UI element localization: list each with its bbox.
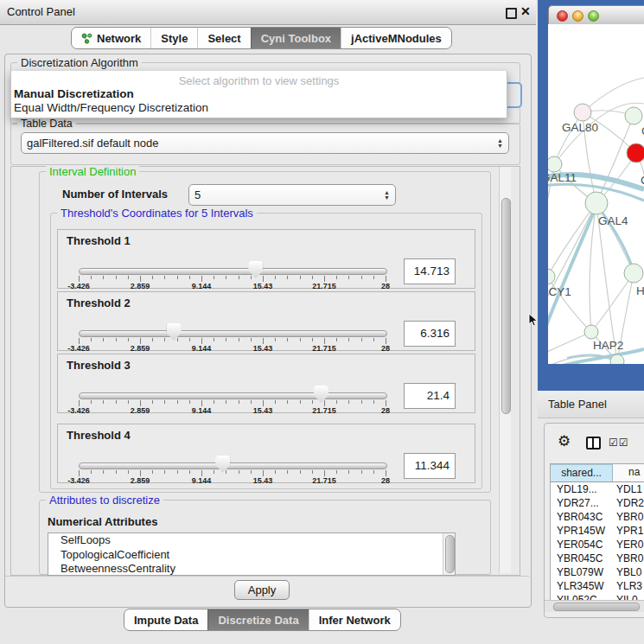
tab-network[interactable]: Network bbox=[72, 28, 150, 48]
network-node[interactable] bbox=[610, 354, 624, 364]
tick bbox=[177, 400, 178, 404]
dropdown-option-manual-discretization[interactable]: Manual Discretization bbox=[14, 87, 134, 100]
cell-name[interactable]: YPR1 bbox=[616, 524, 643, 538]
table-row[interactable]: YBR043CYBR0 bbox=[551, 510, 644, 524]
network-node[interactable] bbox=[548, 156, 562, 172]
attribute-list-item[interactable]: TopologicalCoefficient bbox=[48, 548, 455, 563]
attribute-list-item[interactable]: SelfLoops bbox=[48, 533, 455, 548]
float-window-icon[interactable] bbox=[506, 8, 517, 19]
select-columns-checkboxes-icon[interactable]: ☑☑ bbox=[609, 437, 629, 449]
vertical-scrollbar[interactable] bbox=[499, 167, 511, 573]
threshold-slider-track[interactable] bbox=[79, 330, 387, 337]
cell-shared-name[interactable]: YBR043C bbox=[557, 510, 603, 524]
tick bbox=[336, 400, 337, 404]
scrollbar-thumb[interactable] bbox=[553, 603, 640, 611]
table-data-combobox[interactable]: galFiltered.sif default node ▲▼ bbox=[21, 132, 509, 154]
network-node[interactable] bbox=[574, 104, 591, 121]
attribute-list-item[interactable]: BetweennessCentrality bbox=[48, 562, 455, 576]
table-row[interactable]: YDR27...YDR2 bbox=[551, 496, 644, 510]
list-scrollbar[interactable] bbox=[443, 533, 455, 575]
network-edge-highlighted[interactable] bbox=[548, 206, 596, 344]
network-node[interactable] bbox=[585, 192, 608, 214]
cell-name[interactable]: YBR0 bbox=[616, 552, 643, 565]
cell-name[interactable]: YER0 bbox=[616, 538, 643, 552]
network-node[interactable] bbox=[548, 269, 555, 284]
cell-shared-name[interactable]: YBR045C bbox=[557, 552, 603, 565]
cell-name[interactable]: YBL0 bbox=[616, 565, 641, 579]
table-row[interactable]: YBR045CYBR0 bbox=[551, 552, 644, 565]
table-row[interactable]: YBL079WYBL0 bbox=[551, 565, 644, 579]
scrollbar-thumb[interactable] bbox=[445, 535, 455, 573]
network-node[interactable] bbox=[625, 107, 642, 124]
table-row[interactable]: YER054CYER0 bbox=[551, 538, 644, 552]
tick bbox=[287, 338, 288, 341]
axis-label: 21.715 bbox=[312, 344, 336, 353]
tick bbox=[152, 276, 153, 279]
column-header-shared-name[interactable]: shared... bbox=[551, 464, 613, 481]
tick bbox=[164, 276, 165, 279]
column-header-name[interactable]: na bbox=[613, 464, 644, 481]
gear-icon[interactable]: ⚙ bbox=[558, 434, 571, 449]
threshold-slider-track[interactable] bbox=[79, 268, 387, 275]
threshold-value-field[interactable]: 11.344 bbox=[404, 453, 456, 479]
slider-thumb[interactable] bbox=[314, 386, 328, 403]
combobox-stepper-icon: ▲▼ bbox=[492, 138, 503, 149]
cell-shared-name[interactable]: YPR145W bbox=[557, 524, 605, 538]
apply-button[interactable]: Apply bbox=[234, 580, 290, 600]
close-traffic-light-icon[interactable] bbox=[557, 10, 568, 22]
tick bbox=[312, 338, 313, 341]
cell-name[interactable]: YDL1 bbox=[616, 482, 642, 496]
node-attribute-table: shared... na YDL19...YDL1YDR27...YDR2YBR… bbox=[550, 463, 644, 609]
tick bbox=[300, 400, 301, 404]
threshold-value-field[interactable]: 6.316 bbox=[404, 321, 456, 347]
network-window-titlebar[interactable] bbox=[548, 5, 644, 26]
tick bbox=[373, 400, 374, 404]
threshold-value-field[interactable]: 14.713 bbox=[404, 258, 456, 284]
cell-shared-name[interactable]: YER054C bbox=[557, 538, 603, 552]
tab-label: Discretize Data bbox=[218, 614, 298, 627]
network-node[interactable] bbox=[627, 143, 644, 163]
cell-shared-name[interactable]: YDR27... bbox=[557, 496, 599, 510]
tick bbox=[214, 276, 214, 279]
tab-select[interactable]: Select bbox=[197, 28, 250, 48]
dropdown-option-equal-width-frequency[interactable]: Equal Width/Frequency Discretization bbox=[14, 101, 208, 114]
tab-discretize-data[interactable]: Discretize Data bbox=[207, 609, 308, 630]
network-node[interactable] bbox=[584, 325, 598, 339]
network-canvas[interactable]: GAL80G.CGAL11GAL4GCY1HHAP2 bbox=[548, 24, 644, 364]
threshold-value-field[interactable]: 21.4 bbox=[404, 383, 456, 409]
cell-name[interactable]: YLR3 bbox=[616, 579, 642, 593]
threshold-panel: Threshold 3-3.4262.8599.14415.4321.71528… bbox=[57, 354, 475, 413]
cell-name[interactable]: YBR0 bbox=[616, 510, 643, 524]
tick bbox=[140, 338, 141, 344]
tab-impute-data[interactable]: Impute Data bbox=[124, 609, 207, 630]
tick bbox=[263, 276, 264, 282]
network-edge[interactable] bbox=[591, 273, 634, 332]
axis-label: 28 bbox=[381, 476, 390, 485]
cell-shared-name[interactable]: YDL19... bbox=[557, 482, 597, 496]
close-icon[interactable]: ✕ bbox=[520, 4, 531, 18]
tab-infer-network[interactable]: Infer Network bbox=[309, 609, 400, 630]
axis-label: 2.859 bbox=[131, 476, 150, 485]
tab-style[interactable]: Style bbox=[150, 28, 197, 48]
table-row[interactable]: YLR345WYLR3 bbox=[551, 579, 644, 593]
tab-jactivemnodules[interactable]: jActiveMNodules bbox=[341, 28, 451, 48]
columns-icon[interactable] bbox=[586, 437, 601, 450]
zoom-traffic-light-icon[interactable] bbox=[588, 10, 599, 22]
cell-name[interactable]: YDR2 bbox=[616, 496, 644, 510]
network-edge[interactable] bbox=[548, 332, 591, 356]
tab-cyni-toolbox[interactable]: Cyni Toolbox bbox=[251, 28, 341, 48]
threshold-slider-track[interactable] bbox=[79, 392, 387, 399]
network-window-frame: GAL80G.CGAL11GAL4GCY1HHAP2 bbox=[538, 0, 644, 391]
minimize-traffic-light-icon[interactable] bbox=[572, 10, 583, 22]
cell-shared-name[interactable]: YLR345W bbox=[557, 579, 604, 593]
table-row[interactable]: YDL19...YDL1 bbox=[551, 482, 644, 496]
slider-thumb[interactable] bbox=[167, 323, 182, 341]
threshold-slider-track[interactable] bbox=[79, 462, 387, 469]
slider-thumb[interactable] bbox=[215, 456, 230, 473]
scrollbar-thumb[interactable] bbox=[501, 198, 511, 414]
table-row[interactable]: YPR145WYPR1 bbox=[551, 524, 644, 538]
table-horizontal-scrollbar[interactable] bbox=[545, 600, 644, 612]
cell-shared-name[interactable]: YBL079W bbox=[557, 565, 603, 579]
number-of-intervals-combobox[interactable]: 5 ▲▼ bbox=[188, 184, 396, 206]
network-node[interactable] bbox=[624, 264, 643, 283]
